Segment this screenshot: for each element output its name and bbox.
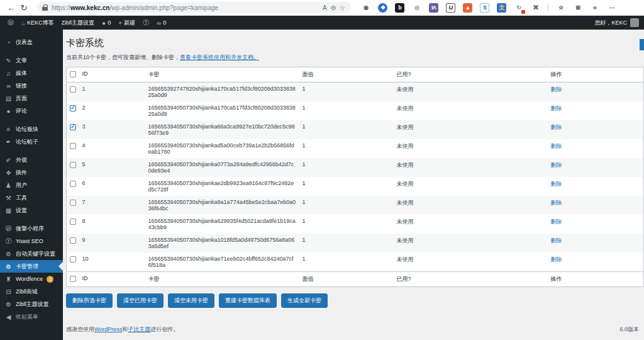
sidebar-item-settings[interactable]: ▦设置: [0, 204, 63, 217]
row-checkbox[interactable]: [70, 256, 76, 263]
zoom-out-icon[interactable]: ⊖: [331, 4, 336, 11]
sidebar-item-label: 页面: [16, 94, 27, 103]
zibll-link[interactable]: 子比主题: [128, 326, 150, 332]
sidebar-item-tools[interactable]: ⚒工具: [0, 191, 63, 204]
row-checkbox[interactable]: [70, 237, 76, 244]
links-count[interactable]: ∞0: [153, 16, 170, 30]
sidebar-item-plugins[interactable]: ❖插件: [0, 166, 63, 179]
row-checkbox[interactable]: [70, 162, 76, 168]
select-all-checkbox[interactable]: [70, 276, 76, 282]
sidebar-item-zibll-shop[interactable]: ⊟Zibll商城: [0, 285, 63, 298]
extension-circle-icon[interactable]: ◎: [412, 3, 421, 13]
docs-link[interactable]: 查看卡密系统使用和开发文档。: [180, 54, 259, 60]
action-cell: 删除: [548, 196, 644, 215]
table-body: 1165655392747820shijianka170ca517fd3cf80…: [67, 82, 644, 272]
action-button[interactable]: 清空未用卡密: [168, 293, 214, 308]
sidebar-item-forum-posts[interactable]: ✒论坛帖子: [0, 135, 63, 148]
zibll-theme-settings-label: Zibll主题设置: [62, 19, 95, 27]
sidebar-item-appearance[interactable]: ✐外观: [0, 154, 63, 166]
comments-bubble[interactable]: ●0: [98, 16, 114, 30]
id-cell: 9: [79, 234, 145, 252]
profile-avatar-icon[interactable]: ☻: [590, 3, 599, 13]
favorite-star-icon[interactable]: ☆: [340, 4, 345, 11]
pages-icon: ▤: [5, 95, 12, 102]
row-checkbox[interactable]: [70, 218, 76, 225]
delete-link[interactable]: 删除: [551, 218, 562, 225]
chain-link-icon: ∞: [5, 82, 12, 89]
address-bar[interactable]: https://www.kekc.cn/wp-admin/admin.php?p…: [36, 2, 351, 13]
row-checkbox[interactable]: [70, 181, 76, 187]
sidebar-item-media[interactable]: ♫媒体: [0, 67, 63, 79]
delete-link[interactable]: 删除: [551, 237, 562, 244]
refresh-icon[interactable]: ↻: [18, 3, 30, 13]
collections-icon[interactable]: ⊞: [573, 3, 582, 13]
wordpress-link[interactable]: WordPress: [94, 326, 122, 332]
site-home[interactable]: ⌂KEKC博客: [18, 16, 58, 30]
extension-translate-icon[interactable]: 文: [497, 3, 506, 13]
delete-link[interactable]: 删除: [551, 124, 562, 130]
sidebar-item-wordfence[interactable]: ♜Wordfence2: [0, 273, 63, 285]
extension-copilot-icon[interactable]: ❖: [378, 3, 387, 13]
sidebar-item-label: 论坛帖子: [16, 138, 38, 146]
row-checkbox[interactable]: [70, 200, 76, 206]
sidebar-item-auto-keywords[interactable]: ⚙自动关键字设置: [0, 247, 63, 260]
sidebar-item-collapse-menu[interactable]: ◀收起菜单: [0, 310, 63, 323]
zibll-theme-settings[interactable]: Zibll主题设置: [58, 16, 99, 30]
delete-link[interactable]: 删除: [551, 86, 562, 93]
action-button[interactable]: 生成全新卡密: [281, 293, 328, 308]
row-checkbox[interactable]: [70, 124, 76, 130]
extension-image-icon[interactable]: ▲: [463, 3, 472, 13]
row-checkbox[interactable]: [70, 86, 76, 93]
adminbar-account[interactable]: 您好，KEKC: [594, 18, 640, 27]
col-value-header: 面值: [299, 67, 394, 82]
sidebar-item-weiqin-mini[interactable]: Ⓦ微擎小程序: [0, 222, 63, 235]
row-checkbox[interactable]: [70, 105, 76, 111]
sidebar-item-posts[interactable]: ✎文章: [0, 54, 63, 67]
table-row: 1165655392747820shijianka170ca517fd3cf80…: [67, 82, 644, 102]
sidebar-item-kami-manage[interactable]: ⚙卡密管理: [0, 260, 63, 273]
sidebar-item-zibll-theme[interactable]: ⚙Zibll主题设置: [0, 298, 63, 310]
sidebar-item-dashboard[interactable]: ◔仪表盘: [0, 36, 63, 48]
extension-s-icon[interactable]: S: [480, 3, 489, 13]
back-icon[interactable]: ←: [5, 3, 18, 13]
sidebar-item-pages[interactable]: ▤页面: [0, 92, 63, 105]
sidebar-item-forum-sections[interactable]: ≡论坛板块: [0, 123, 63, 135]
greeting-text: 您好，KEKC: [594, 19, 627, 27]
sidebar-item-links[interactable]: ∞链接: [0, 79, 63, 92]
table-row: 9165655394050730shijianka1018fd5a0d49750…: [67, 234, 644, 252]
yoast-seo[interactable]: Ⓨ: [139, 16, 153, 30]
new-content[interactable]: +新建: [114, 16, 139, 30]
row-checkbox[interactable]: [70, 143, 76, 149]
more-menu-icon[interactable]: ⋯: [607, 3, 616, 13]
delete-link[interactable]: 删除: [551, 181, 562, 187]
extension-bitwarden-icon[interactable]: b: [395, 3, 404, 13]
gear-icon: ⚙: [5, 263, 12, 270]
extension-globe-icon[interactable]: ◉: [361, 3, 370, 13]
extension-ia-icon[interactable]: IA: [429, 3, 438, 13]
extension-outline-icon[interactable]: ⌘: [531, 3, 540, 13]
delete-link[interactable]: 删除: [551, 256, 562, 263]
action-button[interactable]: 删除所选卡密: [66, 293, 113, 308]
delete-link[interactable]: 删除: [551, 162, 562, 168]
read-aloud-icon[interactable]: A: [323, 4, 327, 11]
sidebar-item-comments[interactable]: ●评论: [0, 105, 63, 117]
action-button[interactable]: 清空已用卡密: [117, 293, 164, 308]
table-row: 7165655394050730shijianka9a1a774a45be5e2…: [67, 196, 644, 215]
used-cell: 未使用: [394, 120, 548, 139]
wp-admin-bar: Ⓦ⌂KEKC博客Zibll主题设置●0+新建Ⓨ∞0 您好，KEKC: [0, 16, 644, 30]
extension-sync-icon[interactable]: ↻: [514, 3, 523, 13]
menu-separator: [0, 48, 63, 54]
extension-u-shield-icon[interactable]: U: [446, 3, 455, 13]
sidebar-item-yoast-seo[interactable]: ⓎYoast SEO: [0, 235, 63, 247]
delete-link[interactable]: 删除: [551, 200, 562, 206]
wp-logo[interactable]: Ⓦ: [4, 16, 18, 30]
help-tab[interactable]: [640, 39, 644, 50]
favorites-icon[interactable]: ☆: [556, 3, 565, 13]
select-all-checkbox[interactable]: [70, 71, 76, 77]
delete-link[interactable]: 删除: [551, 143, 562, 149]
delete-link[interactable]: 删除: [551, 105, 562, 111]
sidebar-item-users[interactable]: ♟用户: [0, 179, 63, 191]
action-button[interactable]: 重建卡密数据库表: [219, 293, 277, 308]
toolbar-divider: [548, 4, 548, 12]
sidebar-item-label: 文章: [16, 57, 27, 65]
